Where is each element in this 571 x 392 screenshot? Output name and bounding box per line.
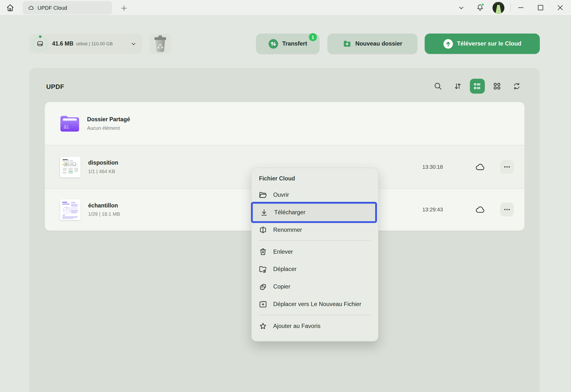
menu-item-deplacer-nouveau-fichier[interactable]: Déplacer vers Le Nouveau Fichier [252,296,378,313]
home-icon [5,3,15,13]
upload-to-cloud-button[interactable]: Téléverser sur le Cloud [425,34,540,54]
list-item-shared-folder[interactable]: Dossier Partagé Aucun élément [45,102,525,145]
sort-button[interactable] [450,79,465,93]
file-meta: Aucun élément [87,125,130,131]
search-button[interactable] [430,79,445,93]
transfer-button[interactable]: Transfert 1 [256,34,319,54]
grid-view-icon [492,82,501,91]
chevron-down-icon [131,41,136,46]
storage-selector[interactable]: 41.6 MB utilisé | 110.00 GB [29,34,142,54]
file-thumbnail [60,199,81,220]
more-actions-button[interactable] [500,203,514,217]
tab-updf-cloud[interactable]: UPDF Cloud [23,1,112,14]
rename-icon [259,225,268,234]
menu-item-ajouter-favoris[interactable]: Ajouter au Favoris [252,317,378,335]
menu-item-deplacer[interactable]: Déplacer [252,261,378,278]
avatar[interactable] [492,2,504,14]
menu-item-enlever[interactable]: Enlever [252,243,378,261]
storage-progress-dot [39,35,41,38]
refresh-button[interactable] [509,79,524,93]
minimize-button[interactable] [514,1,528,14]
search-icon [433,82,443,91]
menu-item-label: Télécharger [274,209,305,216]
storage-used: 41.6 MB [52,40,73,47]
shared-folder-icon [60,115,79,132]
cloud-icon [475,162,485,172]
titlebar: UPDF Cloud [0,0,571,15]
upload-icon [443,39,453,48]
file-name: Dossier Partagé [87,116,130,123]
menu-item-label: Ajouter au Favoris [273,323,320,329]
grid-view-button[interactable] [489,79,504,93]
new-folder-button[interactable]: Nouveau dossier [327,34,417,54]
list-view-button[interactable] [470,79,485,93]
menu-item-label: Copier [273,283,290,290]
notifications-button[interactable] [473,1,486,14]
file-name: disposition [88,160,118,166]
view-tools [430,79,524,93]
transfer-label: Transfert [282,40,307,47]
file-meta: 1/1 | 464 KB [88,169,118,174]
list-view-icon [473,82,482,91]
top-toolbar: 41.6 MB utilisé | 110.00 GB [0,34,571,54]
sort-icon [453,82,462,91]
refresh-icon [512,82,521,91]
file-thumbnail [60,157,81,177]
context-menu-title: Fichier Cloud [259,175,378,182]
open-folder-icon [259,191,268,199]
drive-icon [36,40,44,48]
cloud-icon [475,204,485,215]
menu-item-telecharger[interactable]: Télécharger [253,204,375,221]
cloud-status-button[interactable] [473,203,486,216]
avatar-image [492,2,504,14]
transfer-icon [269,39,278,48]
transfer-badge: 1 [309,33,317,41]
file-time: 13:30:18 [406,164,443,170]
menu-divider [259,315,371,315]
panel-title: UPDF [46,83,64,91]
maximize-button[interactable] [534,1,547,14]
tab-title: UPDF Cloud [38,5,67,11]
updf-cloud-window: UPDF Cloud [0,0,571,392]
storage-detail: utilisé | 110.00 GB [76,41,131,46]
titlebar-divider [510,3,511,12]
file-name: échantillon [88,202,120,209]
star-icon [259,322,268,330]
cloud-icon [28,5,34,11]
file-time: 13:29:43 [406,207,443,213]
close-button[interactable] [554,1,567,14]
notification-dot [481,3,484,6]
menu-item-label: Déplacer vers Le Nouveau Fichier [273,301,361,307]
plus-icon [121,5,127,11]
trash-button[interactable] [149,34,171,54]
menu-item-renommer[interactable]: Renommer [252,221,378,239]
ellipsis-icon [503,163,511,171]
minimize-icon [517,4,525,11]
close-icon [557,4,564,11]
move-folder-icon [259,265,268,274]
menu-item-label: Enlever [273,248,293,255]
folder-plus-outline-icon [259,300,268,309]
context-menu-fichier-cloud: Fichier Cloud Ouvrir Télécharger Ren [251,168,378,341]
upload-label: Téléverser sur le Cloud [457,40,521,47]
storage-progress-ring [32,36,48,51]
menu-item-copier[interactable]: Copier [252,278,378,296]
maximize-icon [537,4,544,11]
menu-item-label: Déplacer [273,266,297,273]
cloud-status-button[interactable] [473,160,486,173]
new-tab-button[interactable] [117,1,130,15]
more-actions-button[interactable] [500,160,514,174]
titlebar-collapse-button[interactable] [455,1,468,14]
home-button[interactable] [4,1,17,14]
menu-item-telecharger-highlight: Télécharger [251,202,377,223]
menu-divider [259,241,371,241]
download-icon [260,208,269,217]
remove-trash-icon [259,247,268,256]
new-folder-label: Nouveau dossier [355,40,402,47]
menu-item-label: Renommer [273,227,302,233]
menu-item-ouvrir[interactable]: Ouvrir [252,186,378,204]
copy-icon [259,282,268,291]
trash-can-icon [152,35,169,53]
folder-plus-icon [343,39,351,48]
ellipsis-icon [503,205,511,214]
